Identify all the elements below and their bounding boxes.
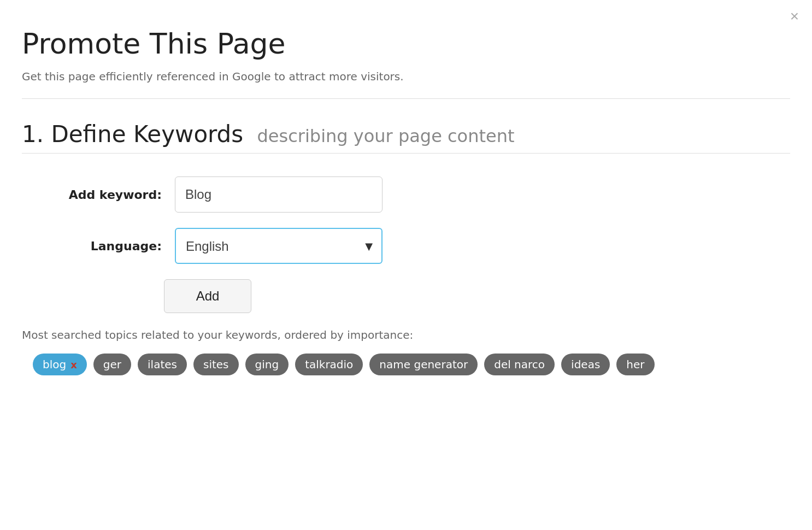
tag-blog-remove[interactable]: x	[70, 359, 77, 370]
tag-blog[interactable]: blog x	[33, 354, 87, 375]
tag-name-generator[interactable]: name generator	[369, 354, 478, 375]
tags-area: blog x ger ilates sites ging talkradio n…	[22, 354, 790, 375]
tag-ger-label: ger	[103, 358, 121, 371]
tag-ging[interactable]: ging	[245, 354, 289, 375]
tag-her-label: her	[626, 358, 644, 371]
modal-container: × Promote This Page Get this page effici…	[0, 0, 812, 530]
keyword-input[interactable]	[175, 176, 383, 213]
form-area: Add keyword: Language: English French Ge…	[22, 176, 790, 264]
keyword-row: Add keyword:	[33, 176, 790, 213]
section1-divider	[22, 153, 790, 154]
page-subtitle: Get this page efficiently referenced in …	[22, 70, 790, 83]
tag-blog-label: blog	[43, 358, 66, 371]
page-title: Promote This Page	[22, 27, 790, 60]
tag-her[interactable]: her	[616, 354, 654, 375]
tag-sites[interactable]: sites	[193, 354, 239, 375]
tag-ideas[interactable]: ideas	[561, 354, 610, 375]
tag-name-generator-label: name generator	[379, 358, 468, 371]
tag-ilates[interactable]: ilates	[138, 354, 187, 375]
tag-sites-label: sites	[203, 358, 229, 371]
tag-ger[interactable]: ger	[93, 354, 131, 375]
tag-ideas-label: ideas	[571, 358, 600, 371]
add-button-row: Add	[164, 279, 790, 313]
language-label: Language:	[33, 239, 175, 253]
language-row: Language: English French German Spanish …	[33, 228, 790, 264]
tag-ging-label: ging	[255, 358, 279, 371]
language-select[interactable]: English French German Spanish Italian	[175, 228, 383, 264]
section1-title: 1. Define Keywords describing your page …	[22, 121, 790, 148]
tag-del-narco[interactable]: del narco	[484, 354, 555, 375]
section1-subtitle: describing your page content	[257, 126, 515, 146]
section1-title-text: Define Keywords	[51, 121, 243, 148]
section1-number: 1.	[22, 121, 44, 148]
title-divider	[22, 98, 790, 99]
tag-ilates-label: ilates	[148, 358, 177, 371]
tag-talkradio-label: talkradio	[305, 358, 353, 371]
suggestions-text: Most searched topics related to your key…	[22, 328, 790, 341]
tag-del-narco-label: del narco	[494, 358, 545, 371]
add-button[interactable]: Add	[164, 279, 251, 313]
language-select-wrapper: English French German Spanish Italian	[175, 228, 383, 264]
keyword-label: Add keyword:	[33, 188, 175, 202]
close-button[interactable]: ×	[790, 9, 799, 24]
tag-talkradio[interactable]: talkradio	[295, 354, 363, 375]
